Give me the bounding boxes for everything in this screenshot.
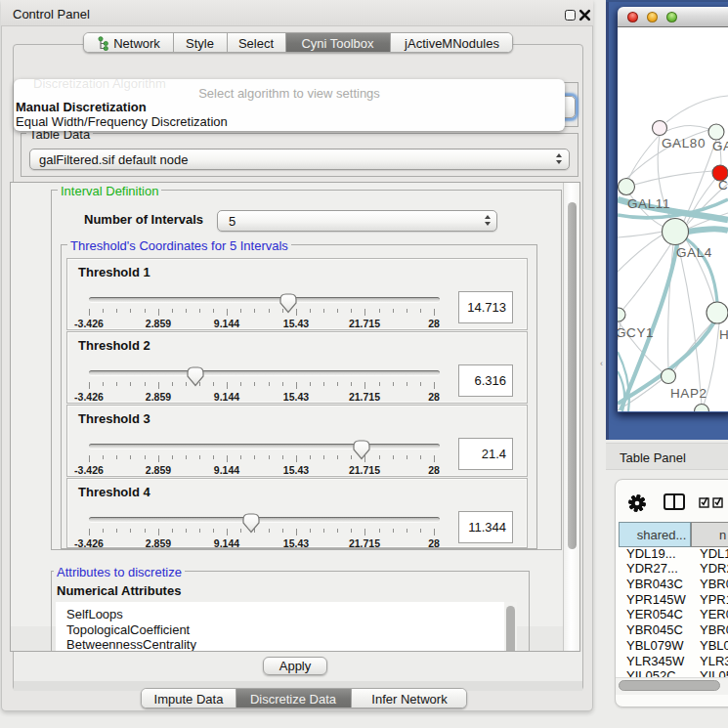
svg-text:GA: GA: [712, 139, 728, 153]
svg-text:GAL11: GAL11: [627, 196, 670, 211]
svg-text:GAL4: GAL4: [676, 245, 712, 260]
svg-text:C: C: [718, 178, 728, 193]
svg-text:H: H: [719, 327, 728, 342]
svg-text:GCY1: GCY1: [618, 325, 654, 340]
svg-text:HAP2: HAP2: [670, 386, 707, 401]
svg-text:GAL80: GAL80: [662, 136, 706, 150]
